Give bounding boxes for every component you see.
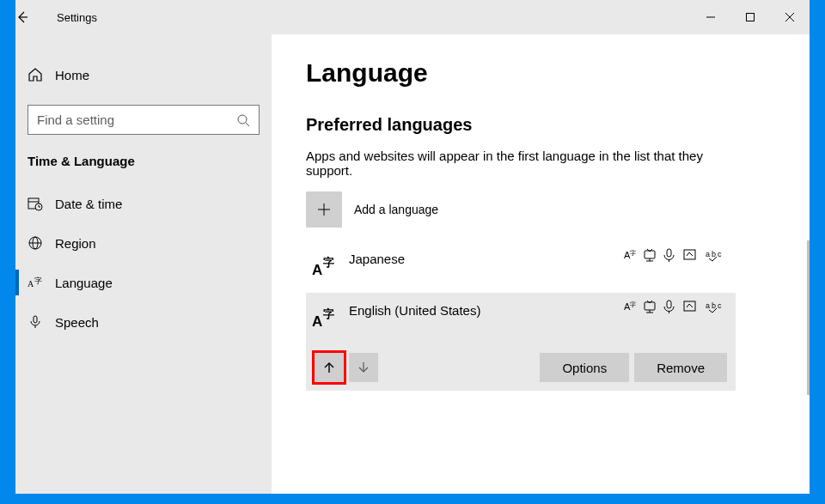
svg-text:A: A: [312, 262, 322, 278]
close-button[interactable]: [770, 0, 810, 34]
language-item-japanese[interactable]: A字 Japanese A字 abc: [306, 241, 736, 293]
sidebar: Home Find a setting Time & Language Date…: [15, 34, 272, 494]
move-down-button[interactable]: [349, 353, 378, 382]
minimize-button[interactable]: [691, 0, 730, 34]
sidebar-item-label: Language: [55, 276, 113, 290]
language-icon: A字: [28, 275, 55, 290]
svg-text:A: A: [28, 279, 34, 288]
home-icon: [28, 67, 55, 82]
language-features: A字 abc: [624, 300, 727, 313]
plus-icon: [306, 191, 342, 228]
svg-text:字: 字: [630, 301, 638, 307]
maximize-button[interactable]: [730, 0, 770, 34]
svg-text:字: 字: [323, 256, 334, 269]
back-button[interactable]: [15, 10, 57, 24]
sidebar-item-label: Region: [55, 236, 96, 251]
calendar-clock-icon: [28, 196, 55, 211]
move-up-button[interactable]: [315, 353, 344, 382]
window-controls: [691, 0, 810, 34]
language-actions: Options Remove: [306, 344, 736, 391]
language-name: Japanese: [349, 252, 405, 266]
svg-rect-28: [684, 250, 695, 259]
add-language-button[interactable]: Add a language: [306, 191, 775, 228]
language-item-english-us[interactable]: A字 English (United States) A字 abc: [306, 293, 736, 344]
svg-text:字: 字: [630, 250, 638, 256]
language-features: A字 abc: [624, 248, 727, 262]
sidebar-item-label: Speech: [55, 315, 99, 330]
svg-rect-35: [667, 301, 671, 308]
sidebar-category: Time & Language: [15, 154, 272, 184]
titlebar: Settings: [15, 0, 810, 34]
svg-text:A: A: [312, 313, 322, 330]
scrollbar[interactable]: [807, 240, 810, 395]
window-title: Settings: [57, 11, 97, 24]
search-placeholder: Find a setting: [37, 112, 236, 127]
sidebar-home[interactable]: Home: [15, 60, 272, 89]
svg-text:字: 字: [34, 276, 42, 285]
sidebar-home-label: Home: [55, 68, 89, 82]
settings-window: Settings Home Find a setting Time & Lang…: [15, 0, 810, 494]
svg-text:abc: abc: [706, 250, 724, 258]
svg-rect-17: [34, 316, 37, 323]
svg-text:字: 字: [323, 307, 334, 320]
sidebar-item-language[interactable]: A字 Language: [15, 263, 272, 302]
svg-rect-26: [667, 249, 671, 257]
search-input[interactable]: Find a setting: [28, 105, 260, 135]
svg-point-5: [238, 115, 247, 124]
sidebar-item-region[interactable]: Region: [15, 223, 272, 263]
globe-icon: [28, 235, 55, 251]
sidebar-item-label: Date & time: [55, 197, 122, 211]
add-language-label: Add a language: [354, 203, 438, 216]
section-description: Apps and websites will appear in the fir…: [306, 149, 727, 178]
content-area: Language Preferred languages Apps and we…: [272, 34, 810, 494]
sidebar-item-speech[interactable]: Speech: [15, 302, 272, 342]
microphone-icon: [28, 314, 55, 330]
sidebar-item-date-time[interactable]: Date & time: [15, 184, 272, 223]
search-icon: [236, 113, 250, 127]
options-button[interactable]: Options: [540, 353, 629, 382]
svg-line-6: [246, 123, 249, 126]
language-icon: A字: [311, 252, 349, 279]
language-icon: A字: [311, 303, 349, 331]
svg-rect-37: [684, 301, 695, 311]
language-name: English (United States): [349, 303, 480, 318]
page-title: Language: [306, 58, 775, 88]
remove-button[interactable]: Remove: [634, 353, 727, 382]
section-heading: Preferred languages: [306, 115, 775, 135]
svg-rect-2: [747, 14, 755, 21]
svg-text:abc: abc: [706, 301, 724, 310]
